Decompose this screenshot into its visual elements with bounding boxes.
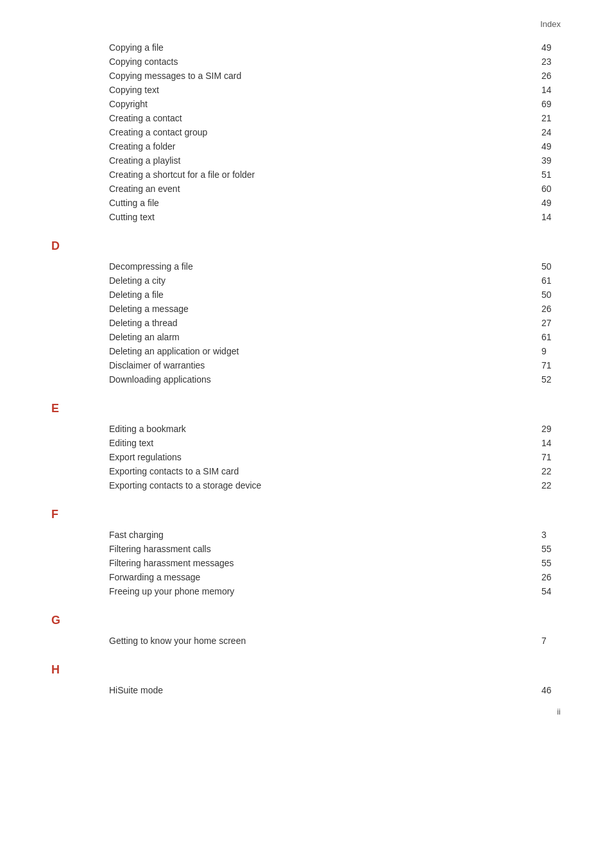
section-letter-d: D [51,239,561,253]
index-entry: Editing text14 [109,436,561,450]
index-entry: Deleting a message26 [109,302,561,316]
entry-page: 69 [529,99,561,109]
entry-text: Export regulations [109,452,529,462]
entry-page: 14 [529,438,561,448]
section-letter-g: G [51,614,561,627]
entry-page: 39 [529,155,561,166]
entry-text: Editing text [109,438,529,448]
section-letter-f: F [51,508,561,521]
entry-page: 23 [529,56,561,67]
entry-text: Cutting text [109,212,529,222]
entry-text: Deleting a file [109,290,529,300]
index-entry: Cutting a file49 [109,196,561,210]
index-entry: HiSuite mode46 [109,683,561,697]
entry-page: 61 [529,275,561,286]
index-entry: Creating a contact21 [109,111,561,125]
index-entry: Filtering harassment messages55 [109,556,561,570]
entry-text: Editing a bookmark [109,424,529,434]
entry-page: 14 [529,85,561,95]
entry-text: Deleting an application or widget [109,346,529,356]
entry-text: HiSuite mode [109,685,529,695]
index-entry: Creating a playlist39 [109,153,561,168]
index-entry: Decompressing a file50 [109,259,561,273]
entry-text: Freeing up your phone memory [109,586,529,596]
index-entry: Disclaimer of warranties71 [109,358,561,372]
entry-page: 50 [529,290,561,300]
index-entry: Cutting text14 [109,210,561,224]
index-entry: Creating a contact group24 [109,125,561,139]
entry-text: Creating a playlist [109,155,529,166]
entry-page: 55 [529,558,561,568]
index-entry: Copying text14 [109,83,561,97]
index-entry: Creating an event60 [109,182,561,196]
entry-page: 52 [529,374,561,385]
entry-page: 61 [529,332,561,342]
entry-page: 71 [529,360,561,370]
entry-page: 54 [529,586,561,596]
entry-page: 55 [529,544,561,554]
entry-text: Creating a contact group [109,127,529,137]
entries-block-0: Copying a file49Copying contacts23Copyin… [109,40,561,224]
entry-page: 29 [529,424,561,434]
entry-page: 49 [529,198,561,208]
entry-page: 22 [529,480,561,490]
page: Index Copying a file49Copying contacts23… [0,0,612,736]
entry-page: 26 [529,304,561,314]
entry-page: 9 [529,346,561,356]
index-entry: Deleting a file50 [109,288,561,302]
index-entry: Deleting an application or widget9 [109,344,561,358]
entry-page: 49 [529,42,561,53]
entries-block-4: Getting to know your home screen7 [109,634,561,648]
entry-text: Fast charging [109,530,529,540]
page-header: Index [51,19,561,29]
entries-block-5: HiSuite mode46 [109,683,561,697]
entry-text: Deleting a thread [109,318,529,328]
entry-text: Creating a folder [109,141,529,152]
entry-text: Downloading applications [109,374,529,385]
entries-block-1: Decompressing a file50Deleting a city61D… [109,259,561,386]
entry-page: 50 [529,261,561,272]
entry-text: Filtering harassment messages [109,558,529,568]
index-entry: Exporting contacts to a storage device22 [109,478,561,492]
entry-text: Copying text [109,85,529,95]
index-entry: Creating a folder49 [109,139,561,153]
page-footer: ii [557,707,561,716]
entry-text: Deleting a city [109,275,529,286]
entry-text: Exporting contacts to a storage device [109,480,529,490]
entry-page: 71 [529,452,561,462]
section-letter-h: H [51,663,561,677]
index-entry: Forwarding a message26 [109,570,561,584]
index-entry: Downloading applications52 [109,372,561,386]
header-title: Index [540,19,561,29]
entry-page: 21 [529,113,561,123]
entry-page: 3 [529,530,561,540]
entry-text: Deleting an alarm [109,332,529,342]
entry-text: Creating a shortcut for a file or folder [109,169,529,180]
index-entry: Getting to know your home screen7 [109,634,561,648]
entry-text: Exporting contacts to a SIM card [109,466,529,476]
index-entry: Freeing up your phone memory54 [109,584,561,598]
entry-text: Copying contacts [109,56,529,67]
index-entry: Deleting a thread27 [109,316,561,330]
entry-text: Copying messages to a SIM card [109,71,529,81]
entry-text: Getting to know your home screen [109,636,529,646]
entry-text: Disclaimer of warranties [109,360,529,370]
index-entry: Fast charging3 [109,528,561,542]
index-entry: Editing a bookmark29 [109,422,561,436]
entry-text: Deleting a message [109,304,529,314]
entry-text: Creating an event [109,184,529,194]
index-entry: Creating a shortcut for a file or folder… [109,168,561,182]
index-entry: Copying contacts23 [109,55,561,69]
entry-text: Copyright [109,99,529,109]
index-entry: Export regulations71 [109,450,561,464]
entry-page: 14 [529,212,561,222]
entry-text: Copying a file [109,42,529,53]
index-entry: Copying a file49 [109,40,561,55]
entry-page: 60 [529,184,561,194]
index-entry: Deleting an alarm61 [109,330,561,344]
entry-page: 49 [529,141,561,152]
index-entry: Filtering harassment calls55 [109,542,561,556]
entry-page: 27 [529,318,561,328]
entry-page: 26 [529,572,561,582]
section-letter-e: E [51,402,561,415]
